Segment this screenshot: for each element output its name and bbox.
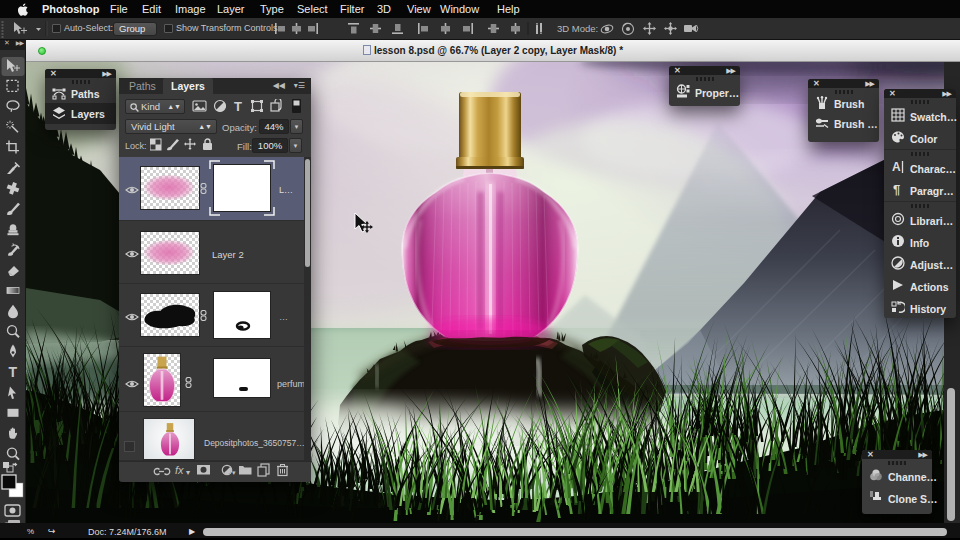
svg-text:fx: fx	[175, 464, 184, 476]
svg-text:¶: ¶	[893, 182, 900, 196]
svg-text:T: T	[9, 364, 18, 380]
svg-text:▾: ▾	[232, 469, 236, 476]
svg-text:A: A	[892, 160, 901, 174]
svg-text:▾: ▾	[186, 468, 190, 477]
svg-text:T: T	[234, 99, 242, 114]
